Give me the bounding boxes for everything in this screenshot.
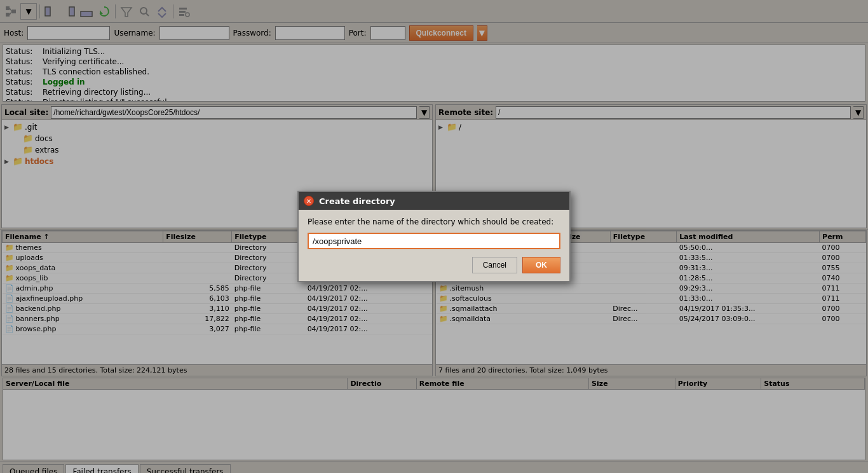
modal-body: Please enter the name of the directory w… <box>299 210 569 281</box>
directory-name-input[interactable] <box>308 233 560 249</box>
modal-cancel-button[interactable]: Cancel <box>472 257 517 273</box>
modal-overlay: ✕ Create directory Please enter the name… <box>0 0 868 473</box>
modal-buttons: Cancel OK <box>308 257 560 273</box>
modal-title: Create directory <box>319 196 395 206</box>
modal-close-button[interactable]: ✕ <box>304 196 314 206</box>
modal-message: Please enter the name of the directory w… <box>308 217 560 226</box>
modal-ok-button[interactable]: OK <box>522 257 560 273</box>
modal-titlebar: ✕ Create directory <box>299 192 569 210</box>
create-directory-modal: ✕ Create directory Please enter the name… <box>297 191 571 282</box>
